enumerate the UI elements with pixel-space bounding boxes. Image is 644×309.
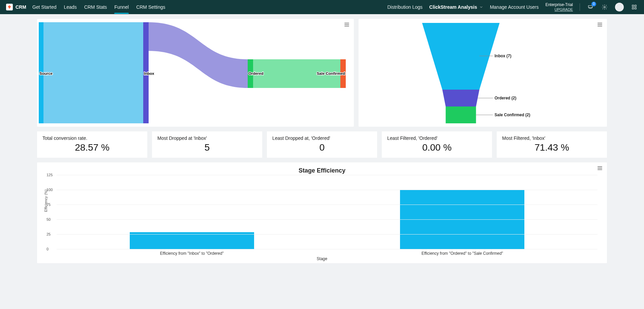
link-distribution-logs[interactable]: Distribution Logs (388, 4, 423, 10)
main-nav: Get StartedLeadsCRM StatsFunnelCRM Setti… (32, 1, 165, 13)
trial-badge[interactable]: Enterprise-Trial UPGRADE (545, 3, 573, 11)
settings-button[interactable] (601, 3, 608, 11)
svg-rect-1 (632, 5, 634, 7)
sankey-label-source: Source (39, 71, 53, 75)
chart-menu-button[interactable] (344, 22, 350, 28)
svg-rect-4 (635, 8, 637, 9)
stat-value: 28.57 % (42, 142, 142, 153)
stat-label: Most Dropped at 'Inbox' (157, 135, 257, 141)
svg-marker-18 (442, 90, 480, 106)
nav-funnel[interactable]: Funnel (114, 1, 129, 13)
apps-grid-icon (631, 4, 637, 10)
stat-card: Least Filtered, 'Ordered'0.00 % (382, 131, 492, 158)
bar-chart-ylabel: Efficiency (%) (44, 189, 48, 212)
bar-chart-card: Stage Efficiency Efficiency (%) 02550751… (37, 162, 607, 263)
svg-rect-9 (43, 22, 143, 123)
hamburger-icon (344, 22, 350, 27)
gridline: 25 (57, 234, 597, 235)
avatar[interactable] (615, 3, 624, 11)
funnel-chart: Inbox (7) Ordered (2) Sale Confirmed (2) (359, 19, 607, 127)
stat-label: Most Filtered, 'Inbox' (502, 135, 602, 141)
topbar-right: Distribution Logs ClickStream Analysis M… (388, 3, 638, 11)
dropdown-clickstream[interactable]: ClickStream Analysis (429, 4, 483, 10)
dropdown-clickstream-label: ClickStream Analysis (429, 4, 477, 10)
bar-column (327, 175, 598, 249)
brand[interactable]: CRM (6, 4, 26, 10)
gridline: 125 (57, 175, 597, 175)
funnel-label-2: Sale Confirmed (2) (495, 113, 530, 117)
funnel-card: Inbox (7) Ordered (2) Sale Confirmed (2) (359, 19, 607, 127)
bar-column (57, 175, 327, 249)
svg-rect-3 (632, 8, 634, 9)
inbox-button[interactable]: 0 (587, 3, 594, 11)
sankey-label-ordered: Ordered (248, 71, 264, 75)
divider (580, 3, 580, 11)
stat-label: Least Filtered, 'Ordered' (387, 135, 487, 141)
sankey-label-sale: Sale Confirmed (317, 71, 345, 75)
gridline: 100 (57, 190, 597, 190)
svg-rect-19 (446, 106, 476, 123)
stats-row: Total conversion rate.28.57 %Most Droppe… (37, 131, 607, 158)
bar-chart-title: Stage Efficiency (43, 167, 601, 174)
gridline: 50 (57, 219, 597, 220)
nav-crm-stats[interactable]: CRM Stats (84, 1, 107, 13)
sankey-card: Source Inbox Ordered Sale Confirmed (37, 19, 354, 127)
stat-value: 71.43 % (502, 142, 602, 153)
ytick-label: 125 (47, 173, 53, 177)
chart-menu-button[interactable] (597, 166, 603, 172)
bar-chart-area: 0255075100125 (57, 175, 597, 249)
chart-menu-button[interactable] (597, 22, 603, 28)
stat-label: Total conversion rate. (42, 135, 142, 141)
trial-line1: Enterprise-Trial (545, 3, 573, 7)
trial-upgrade: UPGRADE (545, 7, 573, 11)
topbar: CRM Get StartedLeadsCRM StatsFunnelCRM S… (0, 0, 644, 14)
bar (130, 232, 254, 249)
hamburger-icon (597, 22, 603, 27)
xtick-label: Efficiency from "Inbox" to "Ordered" (57, 249, 327, 256)
stat-value: 0.00 % (387, 142, 487, 153)
link-manage-users[interactable]: Manage Account Users (490, 4, 539, 10)
svg-point-0 (604, 6, 606, 8)
ytick-label: 100 (47, 188, 53, 192)
gridline: 0 (57, 249, 597, 249)
stat-label: Least Dropped at, 'Ordered' (272, 135, 372, 141)
notification-badge: 0 (591, 2, 596, 6)
stat-value: 0 (272, 142, 372, 153)
brand-label: CRM (16, 4, 26, 10)
brand-icon (6, 4, 13, 10)
svg-marker-17 (422, 23, 500, 90)
gear-icon (602, 4, 608, 10)
apps-button[interactable] (631, 3, 638, 11)
sankey-label-inbox: Inbox (144, 71, 154, 75)
bar-chart-xlabels: Efficiency from "Inbox" to "Ordered"Effi… (57, 249, 597, 256)
chevron-down-icon (479, 5, 483, 9)
nav-get-started[interactable]: Get Started (32, 1, 57, 13)
stat-card: Most Dropped at 'Inbox'5 (152, 131, 262, 158)
nav-crm-settings[interactable]: CRM Settings (136, 1, 165, 13)
xtick-label: Efficiency from "Ordered" to "Sale Confi… (327, 249, 598, 256)
svg-rect-2 (635, 5, 637, 7)
stat-card: Most Filtered, 'Inbox'71.43 % (497, 131, 607, 158)
ytick-label: 75 (47, 203, 51, 207)
hamburger-icon (597, 166, 603, 171)
funnel-label-1: Ordered (2) (495, 96, 517, 100)
content: Source Inbox Ordered Sale Confirmed (0, 14, 644, 273)
ytick-label: 0 (47, 247, 49, 251)
funnel-label-0: Inbox (7) (495, 54, 512, 58)
sankey-chart: Source Inbox Ordered Sale Confirmed (37, 19, 354, 127)
row-charts: Source Inbox Ordered Sale Confirmed (37, 19, 607, 127)
ytick-label: 50 (47, 217, 51, 221)
bar-chart-xlabel: Stage (43, 256, 601, 261)
stat-card: Total conversion rate.28.57 % (37, 131, 147, 158)
ytick-label: 25 (47, 232, 51, 236)
stat-value: 5 (157, 142, 257, 153)
nav-leads[interactable]: Leads (64, 1, 76, 13)
gridline: 75 (57, 205, 597, 205)
stat-card: Least Dropped at, 'Ordered'0 (267, 131, 377, 158)
